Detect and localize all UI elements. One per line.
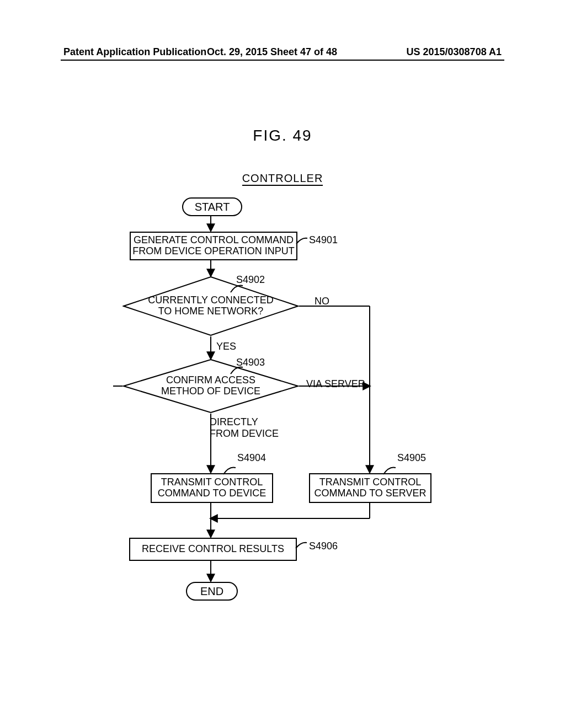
process-s4904-text: TRANSMIT CONTROL COMMAND TO DEVICE [158, 477, 266, 499]
step-label-s4904: S4904 [237, 452, 266, 464]
header-right: US 2015/0308708 A1 [407, 46, 502, 58]
process-s4905: TRANSMIT CONTROL COMMAND TO SERVER [309, 473, 431, 503]
process-s4901-text: GENERATE CONTROL COMMAND FROM DEVICE OPE… [132, 235, 295, 257]
process-s4904: TRANSMIT CONTROL COMMAND TO DEVICE [151, 473, 273, 503]
label-s4902-no: NO [315, 296, 329, 307]
decision-s4902-text: CURRENTLY CONNECTED TO HOME NETWORK? [148, 295, 273, 317]
process-s4905-text: TRANSMIT CONTROL COMMAND TO SERVER [314, 477, 426, 499]
step-label-s4902: S4902 [236, 274, 265, 286]
page: Patent Application Publication Oct. 29, … [0, 0, 565, 728]
step-label-s4906: S4906 [309, 540, 338, 552]
end-text: END [200, 585, 223, 597]
process-s4906: RECEIVE CONTROL RESULTS [129, 538, 297, 561]
start-text: START [195, 201, 230, 213]
process-s4906-text: RECEIVE CONTROL RESULTS [142, 544, 284, 555]
decision-s4902: CURRENTLY CONNECTED TO HOME NETWORK? [122, 276, 299, 336]
label-s4903-left: DIRECTLY FROM DEVICE [210, 416, 279, 440]
process-s4901: GENERATE CONTROL COMMAND FROM DEVICE OPE… [130, 232, 297, 260]
figure-title: FIG. 49 [0, 127, 565, 144]
label-s4902-yes: YES [216, 341, 236, 352]
figure-subject: CONTROLLER [0, 172, 565, 185]
decision-s4903-text: CONFIRM ACCESS METHOD OF DEVICE [161, 375, 260, 397]
header-left: Patent Application Publication [63, 46, 206, 58]
step-label-s4905: S4905 [397, 452, 426, 464]
label-s4903-right: VIA SERVER [306, 378, 365, 390]
decision-s4903: CONFIRM ACCESS METHOD OF DEVICE [122, 358, 299, 414]
figure-subject-text: CONTROLLER [242, 172, 323, 186]
header-center: Oct. 29, 2015 Sheet 47 of 48 [207, 46, 337, 58]
step-label-s4903: S4903 [236, 357, 265, 368]
start-terminator: START [182, 197, 242, 216]
end-terminator: END [186, 582, 238, 601]
header-rule [61, 60, 504, 61]
step-label-s4901: S4901 [309, 234, 338, 246]
